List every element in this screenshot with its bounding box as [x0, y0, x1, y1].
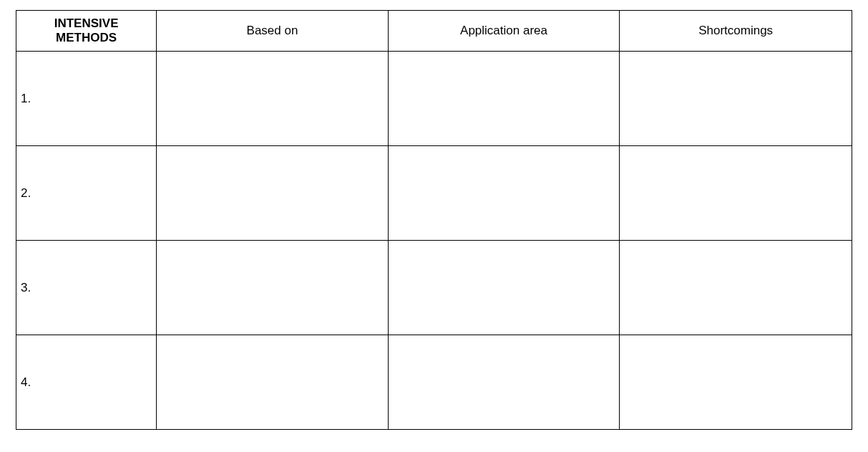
shortcomings-cell [620, 241, 852, 335]
table-row: 4. [16, 335, 852, 430]
based-on-cell [157, 146, 389, 241]
header-intensive-methods: INTENSIVEMETHODS [16, 11, 157, 52]
application-area-cell [388, 146, 620, 241]
shortcomings-cell [620, 146, 852, 241]
based-on-cell [157, 335, 389, 430]
row-number-cell: 2. [16, 146, 157, 241]
row-number-cell: 4. [16, 335, 157, 430]
header-based-on: Based on [157, 11, 389, 52]
application-area-cell [388, 335, 620, 430]
table-row: 3. [16, 241, 852, 335]
based-on-cell [157, 52, 389, 146]
intensive-methods-table: INTENSIVEMETHODS Based on Application ar… [16, 10, 852, 430]
table-header-row: INTENSIVEMETHODS Based on Application ar… [16, 11, 852, 52]
row-number-cell: 3. [16, 241, 157, 335]
application-area-cell [388, 52, 620, 146]
table-row: 2. [16, 146, 852, 241]
shortcomings-cell [620, 335, 852, 430]
table-row: 1. [16, 52, 852, 146]
header-intensive-methods-line1: INTENSIVEMETHODS [19, 16, 153, 45]
row-number-cell: 1. [16, 52, 157, 146]
header-shortcomings: Shortcomings [620, 11, 852, 52]
shortcomings-cell [620, 52, 852, 146]
header-application-area: Application area [388, 11, 620, 52]
application-area-cell [388, 241, 620, 335]
based-on-cell [157, 241, 389, 335]
